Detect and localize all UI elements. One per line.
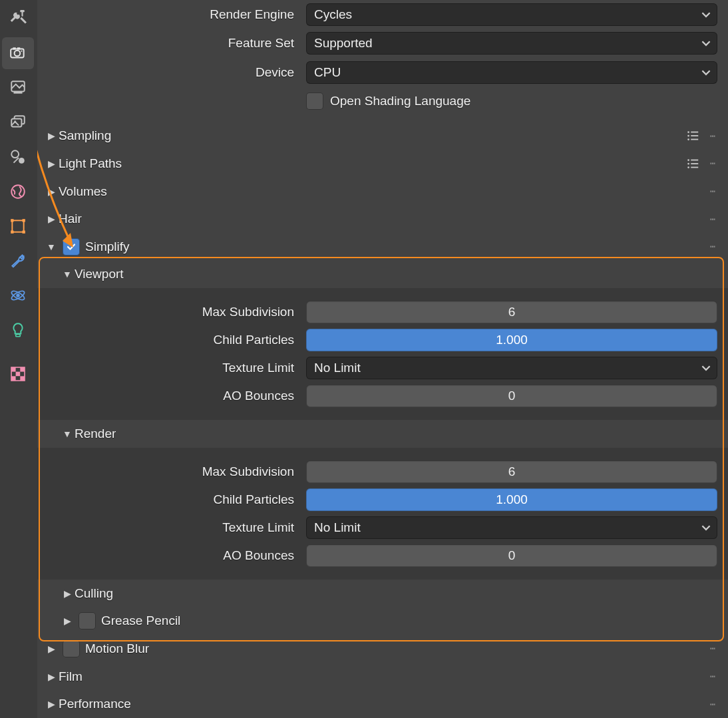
disclosure-right-icon: ▶ bbox=[44, 214, 59, 224]
subpanel-viewport-title: Viewport bbox=[75, 267, 124, 281]
disclosure-right-icon: ▶ bbox=[44, 671, 59, 682]
tab-world[interactable] bbox=[2, 176, 34, 208]
svg-rect-8 bbox=[14, 91, 23, 93]
tab-light[interactable] bbox=[2, 314, 34, 346]
device-label: Device bbox=[37, 65, 306, 80]
subpanel-grease-pencil-header[interactable]: ▶ Grease Pencil bbox=[37, 608, 728, 635]
panel-motion-blur-title: Motion Blur bbox=[85, 641, 149, 656]
properties-panel: Render Engine Cycles Feature Set Support… bbox=[37, 0, 728, 718]
drag-handle-icon[interactable]: ┅ bbox=[705, 214, 720, 224]
disclosure-right-icon: ▶ bbox=[60, 588, 75, 599]
drag-handle-icon[interactable]: ┅ bbox=[705, 131, 720, 141]
subpanel-culling-header[interactable]: ▶ Culling bbox=[37, 580, 728, 608]
svg-rect-33 bbox=[691, 132, 698, 133]
disclosure-down-icon: ▼ bbox=[60, 429, 75, 439]
svg-rect-25 bbox=[11, 367, 16, 372]
rd-texture-limit-select[interactable]: No Limit bbox=[306, 516, 717, 539]
disclosure-right-icon: ▶ bbox=[44, 130, 59, 141]
tab-output[interactable] bbox=[2, 72, 34, 104]
chevron-down-icon bbox=[701, 68, 711, 77]
panel-hair-header[interactable]: ▶ Hair ┅ bbox=[37, 205, 728, 233]
vp-ao-bounces-field[interactable]: 0 bbox=[306, 385, 717, 407]
vp-texture-limit-select[interactable]: No Limit bbox=[306, 357, 717, 379]
subpanel-viewport-header[interactable]: ▼ Viewport bbox=[37, 261, 728, 289]
tab-render[interactable] bbox=[2, 37, 34, 69]
panel-film-title: Film bbox=[59, 669, 83, 684]
subpanel-render-title: Render bbox=[75, 427, 116, 441]
render-engine-select[interactable]: Cycles bbox=[306, 3, 717, 26]
panel-simplify-header[interactable]: ▼ Simplify ┅ bbox=[37, 233, 728, 261]
panel-hair-title: Hair bbox=[59, 212, 82, 226]
disclosure-right-icon: ▶ bbox=[44, 186, 59, 197]
disclosure-right-icon: ▶ bbox=[60, 616, 75, 626]
vp-texture-limit-label: Texture Limit bbox=[37, 361, 306, 375]
tab-scene[interactable] bbox=[2, 141, 34, 173]
svg-point-12 bbox=[11, 150, 19, 158]
disclosure-down-icon: ▼ bbox=[44, 242, 59, 252]
panel-sampling-header[interactable]: ▶ Sampling ┅ bbox=[37, 122, 728, 150]
presets-icon[interactable] bbox=[685, 128, 700, 143]
presets-icon[interactable] bbox=[685, 156, 700, 171]
svg-rect-15 bbox=[12, 220, 23, 232]
device-select[interactable]: CPU bbox=[306, 61, 717, 84]
svg-rect-16 bbox=[11, 219, 13, 222]
object-icon bbox=[9, 218, 27, 235]
tab-viewlayers[interactable] bbox=[2, 106, 34, 138]
svg-point-13 bbox=[19, 158, 25, 164]
panel-volumes-header[interactable]: ▶ Volumes ┅ bbox=[37, 178, 728, 206]
svg-point-6 bbox=[21, 51, 22, 52]
rd-max-subdivision-field[interactable]: 6 bbox=[306, 460, 717, 483]
motion-blur-checkbox[interactable] bbox=[63, 640, 80, 657]
panel-motion-blur-header[interactable]: ▶ Motion Blur ┅ bbox=[37, 635, 728, 663]
drag-handle-icon[interactable]: ┅ bbox=[705, 186, 720, 196]
vp-child-particles-field[interactable]: 1.000 bbox=[306, 329, 717, 351]
drag-handle-icon[interactable]: ┅ bbox=[705, 699, 720, 709]
render-engine-label: Render Engine bbox=[37, 7, 306, 22]
panel-film-header[interactable]: ▶ Film ┅ bbox=[37, 663, 728, 691]
svg-rect-35 bbox=[691, 139, 698, 140]
grease-pencil-checkbox[interactable] bbox=[79, 612, 96, 629]
drag-handle-icon[interactable]: ┅ bbox=[705, 158, 720, 168]
panel-sampling-title: Sampling bbox=[59, 128, 111, 143]
panel-performance-title: Performance bbox=[59, 697, 131, 711]
vp-ao-bounces-label: AO Bounces bbox=[37, 389, 306, 403]
tab-physics[interactable] bbox=[2, 279, 34, 311]
svg-rect-39 bbox=[691, 160, 698, 161]
rd-ao-bounces-field[interactable]: 0 bbox=[306, 544, 717, 567]
subpanel-culling-title: Culling bbox=[75, 586, 113, 601]
drag-handle-icon[interactable]: ┅ bbox=[705, 643, 720, 653]
chevron-down-icon bbox=[701, 10, 711, 19]
feature-set-select[interactable]: Supported bbox=[306, 32, 717, 55]
physics-icon bbox=[9, 287, 27, 304]
panel-light-paths-header[interactable]: ▶ Light Paths ┅ bbox=[37, 150, 728, 178]
drag-handle-icon[interactable]: ┅ bbox=[705, 242, 720, 252]
svg-rect-34 bbox=[691, 135, 698, 136]
subpanel-render-header[interactable]: ▼ Render bbox=[37, 420, 728, 448]
tab-texture[interactable] bbox=[2, 358, 34, 390]
simplify-checkbox[interactable] bbox=[63, 238, 80, 256]
tab-object[interactable] bbox=[2, 210, 34, 242]
tab-active-tool[interactable] bbox=[2, 3, 34, 35]
world-icon bbox=[9, 183, 27, 200]
panel-simplify-title: Simplify bbox=[85, 240, 130, 254]
light-bulb-icon bbox=[9, 321, 27, 339]
rd-child-particles-field[interactable]: 1.000 bbox=[306, 488, 717, 511]
wrench-screwdriver-icon bbox=[9, 10, 27, 27]
chevron-down-icon bbox=[701, 523, 711, 532]
svg-rect-18 bbox=[11, 231, 13, 234]
feature-set-label: Feature Set bbox=[37, 36, 306, 51]
output-icon bbox=[9, 79, 27, 96]
drag-handle-icon[interactable]: ┅ bbox=[705, 671, 720, 681]
modifier-wrench-icon bbox=[9, 252, 27, 269]
tab-modifier[interactable] bbox=[2, 245, 34, 277]
panel-volumes-title: Volumes bbox=[59, 184, 107, 199]
viewlayers-icon bbox=[9, 114, 27, 131]
disclosure-down-icon: ▼ bbox=[60, 269, 75, 279]
osl-checkbox[interactable] bbox=[306, 92, 323, 110]
vp-max-subdivision-field[interactable]: 6 bbox=[306, 301, 717, 323]
svg-rect-1 bbox=[20, 10, 25, 12]
panel-light-paths-title: Light Paths bbox=[59, 156, 122, 171]
svg-point-36 bbox=[687, 159, 689, 161]
panel-performance-header[interactable]: ▶ Performance ┅ bbox=[37, 690, 728, 718]
vp-child-particles-label: Child Particles bbox=[37, 333, 306, 347]
